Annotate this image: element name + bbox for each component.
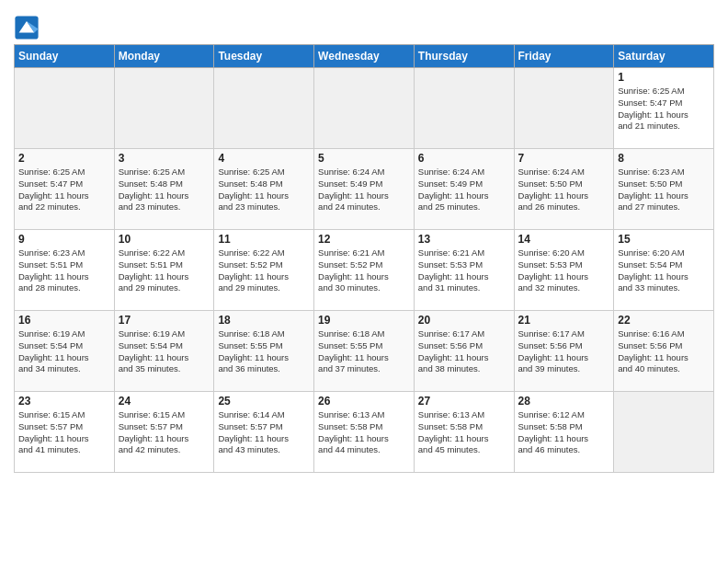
calendar-week-3: 16Sunrise: 6:19 AM Sunset: 5:54 PM Dayli… [15,311,714,392]
day-info: Sunrise: 6:22 AM Sunset: 5:51 PM Dayligh… [119,247,210,294]
calendar-cell: 12Sunrise: 6:21 AM Sunset: 5:52 PM Dayli… [314,230,415,311]
calendar-cell: 15Sunrise: 6:20 AM Sunset: 5:54 PM Dayli… [614,230,714,311]
day-info: Sunrise: 6:18 AM Sunset: 5:55 PM Dayligh… [318,328,410,375]
calendar-body: 1Sunrise: 6:25 AM Sunset: 5:47 PM Daylig… [15,68,714,473]
day-info: Sunrise: 6:14 AM Sunset: 5:57 PM Dayligh… [218,409,310,456]
day-number: 4 [218,152,310,165]
calendar-cell: 4Sunrise: 6:25 AM Sunset: 5:48 PM Daylig… [214,149,314,230]
calendar-cell: 6Sunrise: 6:24 AM Sunset: 5:49 PM Daylig… [414,149,514,230]
day-number: 28 [518,395,610,408]
calendar-cell: 27Sunrise: 6:13 AM Sunset: 5:58 PM Dayli… [414,392,514,473]
day-number: 8 [618,152,710,165]
calendar-cell: 18Sunrise: 6:18 AM Sunset: 5:55 PM Dayli… [214,311,314,392]
day-number: 22 [618,314,710,327]
day-number: 17 [119,314,210,327]
calendar-week-0: 1Sunrise: 6:25 AM Sunset: 5:47 PM Daylig… [15,68,714,149]
calendar-week-2: 9Sunrise: 6:23 AM Sunset: 5:51 PM Daylig… [15,230,714,311]
day-number: 13 [418,233,510,246]
day-info: Sunrise: 6:16 AM Sunset: 5:56 PM Dayligh… [618,328,710,375]
day-info: Sunrise: 6:19 AM Sunset: 5:54 PM Dayligh… [119,328,210,375]
day-info: Sunrise: 6:15 AM Sunset: 5:57 PM Dayligh… [18,409,110,456]
calendar-cell: 5Sunrise: 6:24 AM Sunset: 5:49 PM Daylig… [314,149,415,230]
day-info: Sunrise: 6:21 AM Sunset: 5:52 PM Dayligh… [318,247,410,294]
day-number: 9 [18,233,110,246]
calendar-cell: 8Sunrise: 6:23 AM Sunset: 5:50 PM Daylig… [614,149,714,230]
day-number: 11 [218,233,310,246]
day-info: Sunrise: 6:19 AM Sunset: 5:54 PM Dayligh… [18,328,110,375]
calendar-week-4: 23Sunrise: 6:15 AM Sunset: 5:57 PM Dayli… [15,392,714,473]
day-info: Sunrise: 6:13 AM Sunset: 5:58 PM Dayligh… [418,409,510,456]
day-number: 15 [618,233,710,246]
calendar-cell: 24Sunrise: 6:15 AM Sunset: 5:57 PM Dayli… [114,392,214,473]
day-number: 1 [618,71,710,84]
calendar-cell: 7Sunrise: 6:24 AM Sunset: 5:50 PM Daylig… [514,149,614,230]
weekday-header-wednesday: Wednesday [314,45,415,68]
day-info: Sunrise: 6:24 AM Sunset: 5:49 PM Dayligh… [418,167,510,213]
day-number: 27 [418,395,510,408]
day-info: Sunrise: 6:25 AM Sunset: 5:48 PM Dayligh… [119,167,210,213]
calendar-cell [414,68,514,149]
calendar-cell [614,392,714,473]
day-number: 7 [518,152,610,165]
day-info: Sunrise: 6:23 AM Sunset: 5:50 PM Dayligh… [618,167,710,213]
day-number: 18 [218,314,310,327]
calendar-cell: 21Sunrise: 6:17 AM Sunset: 5:56 PM Dayli… [514,311,614,392]
calendar-cell: 1Sunrise: 6:25 AM Sunset: 5:47 PM Daylig… [614,68,714,149]
day-number: 12 [318,233,410,246]
day-number: 24 [119,395,210,408]
calendar-header: SundayMondayTuesdayWednesdayThursdayFrid… [15,45,714,68]
page-header [14,9,714,40]
day-number: 23 [18,395,110,408]
day-info: Sunrise: 6:15 AM Sunset: 5:57 PM Dayligh… [119,409,210,456]
day-info: Sunrise: 6:18 AM Sunset: 5:55 PM Dayligh… [218,328,310,375]
weekday-header-tuesday: Tuesday [214,45,314,68]
day-info: Sunrise: 6:17 AM Sunset: 5:56 PM Dayligh… [518,328,610,375]
calendar-cell: 19Sunrise: 6:18 AM Sunset: 5:55 PM Dayli… [314,311,415,392]
day-number: 10 [119,233,210,246]
calendar-cell: 11Sunrise: 6:22 AM Sunset: 5:52 PM Dayli… [214,230,314,311]
day-info: Sunrise: 6:21 AM Sunset: 5:53 PM Dayligh… [418,247,510,294]
calendar-cell: 17Sunrise: 6:19 AM Sunset: 5:54 PM Dayli… [114,311,214,392]
calendar-cell: 3Sunrise: 6:25 AM Sunset: 5:48 PM Daylig… [114,149,214,230]
calendar-week-1: 2Sunrise: 6:25 AM Sunset: 5:47 PM Daylig… [15,149,714,230]
day-info: Sunrise: 6:24 AM Sunset: 5:50 PM Dayligh… [518,167,610,213]
day-number: 3 [119,152,210,165]
calendar-cell [514,68,614,149]
calendar-cell: 22Sunrise: 6:16 AM Sunset: 5:56 PM Dayli… [614,311,714,392]
calendar-cell: 10Sunrise: 6:22 AM Sunset: 5:51 PM Dayli… [114,230,214,311]
day-info: Sunrise: 6:24 AM Sunset: 5:49 PM Dayligh… [318,167,410,213]
weekday-header-sunday: Sunday [15,45,115,68]
calendar-cell [214,68,314,149]
logo-icon [14,15,40,40]
day-number: 21 [518,314,610,327]
calendar-cell: 14Sunrise: 6:20 AM Sunset: 5:53 PM Dayli… [514,230,614,311]
day-info: Sunrise: 6:25 AM Sunset: 5:47 PM Dayligh… [18,167,110,213]
day-info: Sunrise: 6:20 AM Sunset: 5:53 PM Dayligh… [518,247,610,294]
calendar-cell: 20Sunrise: 6:17 AM Sunset: 5:56 PM Dayli… [414,311,514,392]
day-info: Sunrise: 6:13 AM Sunset: 5:58 PM Dayligh… [318,409,410,456]
calendar-cell: 2Sunrise: 6:25 AM Sunset: 5:47 PM Daylig… [15,149,115,230]
calendar-cell [15,68,115,149]
day-info: Sunrise: 6:23 AM Sunset: 5:51 PM Dayligh… [18,247,110,294]
calendar-cell: 26Sunrise: 6:13 AM Sunset: 5:58 PM Dayli… [314,392,415,473]
weekday-header-thursday: Thursday [414,45,514,68]
calendar-cell: 9Sunrise: 6:23 AM Sunset: 5:51 PM Daylig… [15,230,115,311]
day-number: 20 [418,314,510,327]
day-number: 19 [318,314,410,327]
calendar-cell: 16Sunrise: 6:19 AM Sunset: 5:54 PM Dayli… [15,311,115,392]
day-number: 26 [318,395,410,408]
calendar-cell: 23Sunrise: 6:15 AM Sunset: 5:57 PM Dayli… [15,392,115,473]
calendar-table: SundayMondayTuesdayWednesdayThursdayFrid… [14,44,714,473]
day-number: 2 [18,152,110,165]
calendar-cell: 25Sunrise: 6:14 AM Sunset: 5:57 PM Dayli… [214,392,314,473]
day-info: Sunrise: 6:20 AM Sunset: 5:54 PM Dayligh… [618,247,710,294]
day-number: 14 [518,233,610,246]
calendar-cell: 13Sunrise: 6:21 AM Sunset: 5:53 PM Dayli… [414,230,514,311]
weekday-header-row: SundayMondayTuesdayWednesdayThursdayFrid… [15,45,714,68]
weekday-header-saturday: Saturday [614,45,714,68]
day-number: 6 [418,152,510,165]
day-info: Sunrise: 6:22 AM Sunset: 5:52 PM Dayligh… [218,247,310,294]
day-info: Sunrise: 6:25 AM Sunset: 5:48 PM Dayligh… [218,167,310,213]
calendar-cell [114,68,214,149]
weekday-header-friday: Friday [514,45,614,68]
